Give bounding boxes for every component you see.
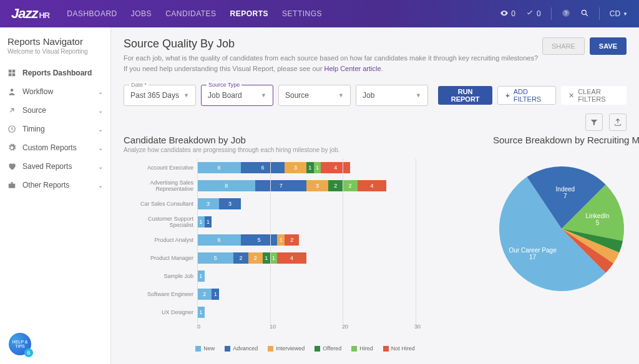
export-icon[interactable] — [609, 113, 627, 131]
svg-rect-6 — [12, 74, 16, 77]
views-count[interactable]: 0 — [500, 9, 515, 19]
nav-link-jobs[interactable]: JOBS — [131, 9, 152, 18]
nav-link-dashboard[interactable]: DASHBOARD — [67, 9, 117, 18]
bar-row: Advertising Sales Representative873224 — [124, 176, 487, 194]
bar-segment[interactable]: 5 — [241, 234, 277, 246]
bar-segment[interactable]: 1 — [197, 307, 205, 318]
legend-item[interactable]: Advanced — [225, 345, 258, 352]
bar-segment[interactable]: 3 — [197, 198, 219, 209]
date-filter[interactable]: Date *Past 365 Days▼ — [124, 85, 196, 106]
job-filter[interactable]: Job▼ — [356, 85, 428, 106]
add-filters-button[interactable]: +ADD FILTERS — [497, 86, 556, 105]
search-icon[interactable] — [580, 9, 589, 19]
bar-row: UX Designer1 — [124, 303, 487, 321]
main: Source Quality By Job For each job, what… — [111, 27, 639, 364]
logo[interactable]: JazzHR — [11, 6, 49, 22]
sidebar-item-custom-reports[interactable]: Custom Reports⌄ — [7, 138, 103, 157]
bar-segment[interactable]: 1 — [205, 216, 212, 228]
share-button[interactable]: SHARE — [542, 37, 585, 55]
sidebar-item-source[interactable]: Source⌄ — [7, 101, 103, 120]
svg-text:?: ? — [564, 10, 567, 16]
bar-segment[interactable]: 2 — [197, 289, 212, 300]
bar-segment[interactable]: 1 — [270, 252, 278, 264]
sidebar-item-timing[interactable]: Timing⌄ — [7, 120, 103, 138]
bar-segment[interactable]: 1 — [212, 289, 219, 300]
bar-segment[interactable]: 6 — [197, 234, 241, 246]
bar-row: Customer Support Specialist11 — [124, 213, 487, 231]
sidebar-subtitle: Welcome to Visual Reporting — [7, 48, 103, 55]
gear-icon — [7, 143, 16, 152]
svg-point-2 — [582, 10, 586, 14]
bar-row: Product Analyst6512 — [124, 231, 487, 249]
chevron-down-icon: ⌄ — [98, 145, 103, 151]
svg-rect-4 — [12, 70, 16, 73]
bar-segment[interactable]: 4 — [358, 180, 387, 191]
svg-point-7 — [11, 89, 14, 92]
sidebar-item-other-reports[interactable]: Other Reports⌄ — [7, 176, 103, 194]
bar-segment[interactable]: 3 — [306, 180, 328, 191]
bar-segment[interactable]: 6 — [241, 162, 285, 173]
page-description: For each job, what is the quality of can… — [124, 53, 538, 74]
source-breakdown-chart: Source Breakdown by Recruiting Milestone… — [493, 135, 639, 352]
legend-item[interactable]: Not Hired — [383, 345, 415, 352]
bar-row: Sample Job1 — [124, 267, 487, 285]
help-icon[interactable]: ? — [562, 9, 570, 19]
source-type-filter[interactable]: Source TypeJob Board▼ — [201, 85, 273, 106]
bar-segment[interactable]: 6 — [197, 162, 241, 173]
bar-segment[interactable]: 1 — [314, 162, 321, 173]
candidate-breakdown-chart: Candidate Breakdown by Job Analyze how c… — [124, 135, 487, 352]
legend-item[interactable]: New — [195, 345, 215, 352]
sidebar-title: Reports Navigator — [7, 36, 103, 47]
sidebar: Reports Navigator Welcome to Visual Repo… — [0, 27, 111, 364]
bar-segment[interactable]: 4 — [277, 252, 306, 264]
check-icon — [525, 9, 534, 19]
sidebar-item-workflow[interactable]: Workflow⌄ — [7, 82, 103, 101]
legend-item[interactable]: Interviewed — [268, 345, 305, 352]
run-report-button[interactable]: RUN REPORT — [438, 86, 492, 105]
bar-segment[interactable]: 1 — [197, 216, 205, 228]
bar-segment[interactable]: 1 — [263, 252, 270, 264]
bar-segment[interactable]: 2 — [248, 252, 263, 264]
bar-segment[interactable]: 2 — [285, 234, 299, 246]
bar-segment[interactable]: 7 — [255, 180, 306, 191]
nav-link-candidates[interactable]: CANDIDATES — [165, 9, 216, 18]
chevron-down-icon: ⌄ — [98, 107, 103, 114]
bar-segment[interactable]: 3 — [285, 162, 306, 173]
briefcase-icon — [7, 181, 16, 189]
filter-icon[interactable] — [585, 113, 603, 131]
bar-row: Product Manager522114 — [124, 249, 487, 267]
bar-segment[interactable]: 4 — [321, 162, 350, 173]
bar-row: Car Sales Consultant33 — [124, 194, 487, 213]
svg-rect-9 — [9, 184, 16, 188]
save-button[interactable]: SAVE — [590, 37, 627, 55]
bar-segment[interactable]: 5 — [197, 252, 233, 264]
bar-segment[interactable]: 1 — [306, 162, 314, 173]
sidebar-item-reports-dashboard[interactable]: Reports Dashboard — [7, 64, 103, 82]
dashboard-icon — [7, 69, 16, 77]
filter-bar: Date *Past 365 Days▼ Source TypeJob Boar… — [124, 85, 627, 106]
source-filter[interactable]: Source▼ — [278, 85, 351, 106]
bar-row: Software Engineer21 — [124, 285, 487, 303]
chevron-down-icon: ⌄ — [98, 182, 103, 189]
nav-link-reports[interactable]: REPORTS — [230, 9, 269, 18]
help-tips-badge[interactable]: HELP & TIPS 6 — [9, 333, 31, 355]
svg-rect-3 — [9, 70, 12, 73]
bar-segment[interactable]: 2 — [328, 180, 343, 191]
sidebar-item-saved-reports[interactable]: Saved Reports⌄ — [7, 157, 103, 176]
help-center-link[interactable]: Help Center article — [324, 65, 381, 72]
bar-segment[interactable]: 8 — [197, 180, 255, 191]
clear-filters-button[interactable]: ✕CLEAR FILTERS — [561, 86, 627, 105]
chevron-down-icon: ⌄ — [98, 89, 103, 95]
bar-segment[interactable]: 1 — [197, 271, 205, 282]
page-title: Source Quality By Job — [124, 37, 538, 50]
tasks-count[interactable]: 0 — [525, 9, 541, 19]
nav-link-settings[interactable]: SETTINGS — [282, 9, 322, 18]
bar-segment[interactable]: 2 — [233, 252, 248, 264]
user-menu[interactable]: CD ▼ — [610, 9, 628, 18]
bar-segment[interactable]: 1 — [277, 234, 285, 246]
legend-item[interactable]: Hired — [351, 345, 373, 352]
bar-row: Account Executive663114 — [124, 158, 487, 176]
bar-segment[interactable]: 2 — [343, 180, 357, 191]
legend-item[interactable]: Offered — [315, 345, 341, 352]
bar-segment[interactable]: 3 — [219, 198, 241, 209]
